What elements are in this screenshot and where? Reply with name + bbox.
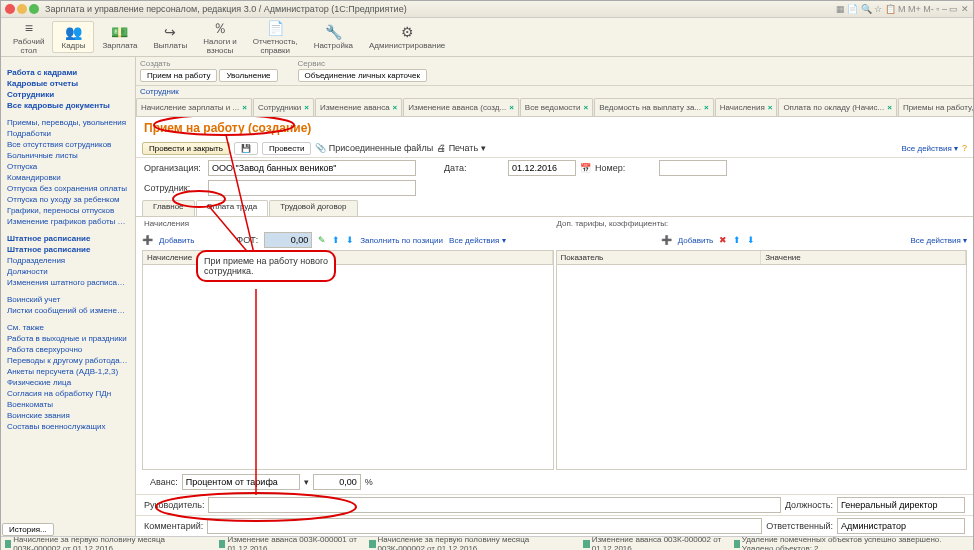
sidebar-item[interactable]: Штатное расписание (3, 244, 133, 255)
close-window-btn[interactable] (5, 4, 15, 14)
emp-field[interactable] (208, 180, 416, 196)
toolbar-5[interactable]: 📄Отчетность, справки (245, 18, 306, 57)
sidebar-item[interactable]: Отпуска по уходу за ребенком (3, 194, 133, 205)
close-tab-icon[interactable]: × (583, 103, 588, 112)
doc-tab[interactable]: Все ведомости× (520, 98, 593, 116)
down-icon[interactable]: ⬇ (346, 235, 354, 245)
doc-tab[interactable]: Ведомость на выплату за...× (594, 98, 714, 116)
sidebar-item[interactable]: Отпуска (3, 161, 133, 172)
toolbar-4[interactable]: ％Налоги и взносы (195, 18, 245, 57)
sidebar-item[interactable]: Должности (3, 266, 133, 277)
sidebar-item[interactable]: Изменение графиков работы списком (3, 216, 133, 227)
close-tab-icon[interactable]: × (704, 103, 709, 112)
tab-contract[interactable]: Трудовой договор (269, 200, 357, 216)
add-coef-link[interactable]: Добавить (678, 236, 713, 245)
edit-icon[interactable]: ✎ (318, 235, 326, 245)
toolbar-3[interactable]: ↪Выплаты (146, 22, 196, 52)
close-tab-icon[interactable]: × (393, 103, 398, 112)
service-merge-btn[interactable]: Объединение личных карточек (298, 69, 427, 82)
up-icon[interactable]: ⬆ (332, 235, 340, 245)
create-hire-btn[interactable]: Прием на работу (140, 69, 217, 82)
comment-field[interactable] (207, 518, 762, 534)
create-fire-btn[interactable]: Увольнение (219, 69, 277, 82)
sidebar-item[interactable]: Работа сверхурочно (3, 344, 133, 355)
sidebar-item[interactable]: Переводы к другому работодателю (3, 355, 133, 366)
doc-tab[interactable]: Изменение аванса× (315, 98, 402, 116)
sidebar-item[interactable]: Военкоматы (3, 399, 133, 410)
doc-tab[interactable]: Оплата по окладу (Начис...× (778, 98, 896, 116)
sidebar-item[interactable]: Подработки (3, 128, 133, 139)
post-btn[interactable]: Провести (262, 142, 311, 155)
charges-grid[interactable]: Начисление (142, 250, 554, 470)
sidebar-item[interactable]: Графики, переносы отпусков (3, 205, 133, 216)
advance-value-field[interactable] (313, 474, 361, 490)
sidebar-item[interactable]: Работа с кадрами (3, 67, 133, 78)
org-field[interactable] (208, 160, 416, 176)
files-link[interactable]: 📎 Присоединенные файлы (315, 143, 433, 153)
sidebar-item[interactable]: Сотрудники (3, 89, 133, 100)
sidebar-item[interactable]: Отпуска без сохранения оплаты (3, 183, 133, 194)
right-all-actions[interactable]: Все действия ▾ (910, 236, 967, 245)
doc-tab[interactable]: Начисление зарплаты и ...× (136, 98, 252, 116)
sidebar-item[interactable]: Штатное расписание (3, 233, 133, 244)
sidebar-item[interactable]: Изменения штатного расписания (3, 277, 133, 288)
sidebar-item[interactable]: Все кадровые документы (3, 100, 133, 111)
tab-payment[interactable]: Оплата труда (196, 200, 269, 216)
sidebar-item[interactable]: Подразделения (3, 255, 133, 266)
date-field[interactable] (508, 160, 576, 176)
toolbar-1[interactable]: 👥Кадры (52, 21, 94, 53)
calendar-icon[interactable]: 📅 (580, 163, 591, 173)
toolbar-0[interactable]: ≡Рабочий стол (5, 18, 52, 57)
sidebar-item[interactable]: Приемы, переводы, увольнения (3, 117, 133, 128)
doc-tab[interactable]: Сотрудники× (253, 98, 314, 116)
add-charge-link[interactable]: Добавить (159, 236, 194, 245)
max-window-btn[interactable] (29, 4, 39, 14)
close-tab-icon[interactable]: × (304, 103, 309, 112)
help-icon[interactable]: ? (962, 143, 967, 153)
sidebar-item[interactable]: Командировки (3, 172, 133, 183)
doc-tab[interactable]: Начисления× (715, 98, 778, 116)
responsible-field[interactable] (837, 518, 965, 534)
sidebar-item[interactable]: Кадровые отчеты (3, 78, 133, 89)
close-tab-icon[interactable]: × (509, 103, 514, 112)
coefs-grid[interactable]: Показатель Значение (556, 250, 968, 470)
sidebar-item[interactable]: Физические лица (3, 377, 133, 388)
manager-field[interactable] (208, 497, 780, 513)
dropdown-icon[interactable]: ▾ (304, 477, 309, 487)
save-btn[interactable]: 💾 (234, 142, 258, 155)
del-icon[interactable]: ✖ (719, 235, 727, 245)
down-icon2[interactable]: ⬇ (747, 235, 755, 245)
fot-field[interactable] (264, 232, 312, 248)
sidebar-item[interactable]: Анкеты персучета (АДВ-1,2,3) (3, 366, 133, 377)
doc-tab[interactable]: Приемы на работу, пере...× (898, 98, 973, 116)
toolbar-7[interactable]: ⚙Администрирование (361, 22, 453, 52)
position-field[interactable] (837, 497, 965, 513)
advance-type-field[interactable] (182, 474, 300, 490)
number-field[interactable] (659, 160, 727, 176)
min-window-btn[interactable] (17, 4, 27, 14)
create-employee-link[interactable]: Сотрудник (140, 87, 179, 96)
sidebar-item[interactable]: См. также (3, 322, 133, 333)
sidebar-item[interactable]: Воинский учет (3, 294, 133, 305)
sidebar-item[interactable]: Работа в выходные и праздники (3, 333, 133, 344)
print-menu[interactable]: 🖨 Печать ▾ (437, 143, 486, 153)
post-close-btn[interactable]: Провести и закрыть (142, 142, 230, 155)
sidebar-item[interactable]: Все отсутствия сотрудников (3, 139, 133, 150)
up-icon2[interactable]: ⬆ (733, 235, 741, 245)
close-tab-icon[interactable]: × (768, 103, 773, 112)
sidebar-item[interactable]: Согласия на обработку ПДн (3, 388, 133, 399)
close-tab-icon[interactable]: × (242, 103, 247, 112)
tab-main[interactable]: Главное (142, 200, 195, 216)
toolbar-2[interactable]: 💵Зарплата (94, 22, 145, 52)
sidebar-item[interactable]: Воинские звания (3, 410, 133, 421)
sidebar-item[interactable]: Составы военнослужащих (3, 421, 133, 432)
toolbar-6[interactable]: 🔧Настройка (306, 22, 361, 52)
left-all-actions[interactable]: Все действия ▾ (449, 236, 506, 245)
sidebar-item[interactable]: Листки сообщений об изменениях (3, 305, 133, 316)
history-btn[interactable]: История... (2, 523, 54, 536)
all-actions-menu[interactable]: Все действия ▾ (901, 144, 958, 153)
close-tab-icon[interactable]: × (887, 103, 892, 112)
fill-by-position-link[interactable]: Заполнить по позиции (360, 236, 443, 245)
sidebar-item[interactable]: Больничные листы (3, 150, 133, 161)
doc-tab[interactable]: Изменение аванса (созд...× (403, 98, 519, 116)
